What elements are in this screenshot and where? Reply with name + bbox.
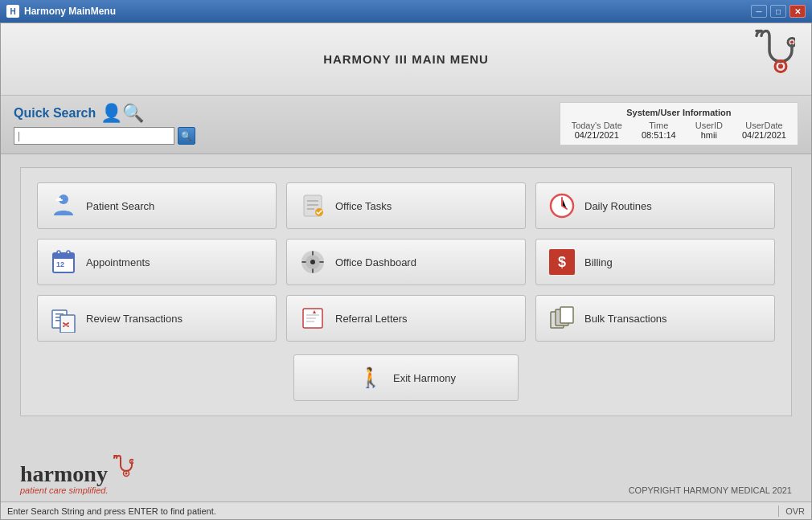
review-transactions-label: Review Transactions	[86, 313, 182, 325]
patient-search-icon	[49, 191, 78, 220]
quick-search-person-icon: 👤🔍	[100, 103, 144, 124]
userdate-label: UserDate	[745, 121, 782, 130]
time-label: Time	[649, 121, 668, 130]
logo-text: harmony	[20, 463, 108, 485]
search-button[interactable]: 🔍	[178, 127, 195, 145]
daily-routines-icon	[547, 191, 576, 220]
userid-item: UserID hmii	[695, 121, 723, 140]
search-icon: 🔍	[181, 131, 192, 141]
system-info-row: Today's Date 04/21/2021 Time 08:51:14 Us…	[572, 121, 786, 140]
search-input-row: 🔍	[14, 127, 195, 145]
app-icon: H	[6, 5, 19, 18]
exit-label: Exit Harmony	[393, 372, 456, 384]
review-transactions-icon	[49, 304, 78, 333]
todays-date-label: Today's Date	[572, 121, 622, 130]
svg-rect-6	[55, 199, 63, 201]
review-transactions-button[interactable]: Review Transactions	[37, 295, 277, 342]
footer: harmony patient care simplified.	[1, 448, 811, 502]
logo-sub1: patient care	[20, 485, 69, 495]
svg-rect-26	[560, 307, 573, 323]
window-controls: ─ □ ✕	[751, 5, 806, 18]
copyright-text: COPYRIGHT HARMONY MEDICAL 2021	[629, 485, 792, 495]
todays-date-value: 04/21/2021	[575, 130, 619, 140]
status-message: Enter Search String and press ENTER to f…	[7, 506, 772, 516]
exit-harmony-button[interactable]: 🚶 Exit Harmony	[293, 354, 519, 401]
appointments-button[interactable]: 12Appointments	[37, 239, 277, 285]
bulk-transactions-label: Bulk Transactions	[584, 313, 667, 325]
userid-label: UserID	[695, 121, 723, 130]
office-dashboard-icon	[298, 248, 327, 276]
bulk-transactions-button[interactable]: Bulk Transactions	[535, 295, 775, 342]
svg-point-1	[790, 40, 794, 43]
maximize-button[interactable]: □	[770, 5, 786, 18]
svg-point-28	[131, 461, 133, 462]
patient-search-label: Patient Search	[86, 200, 154, 212]
userid-value: hmii	[701, 130, 717, 140]
search-input[interactable]	[14, 127, 174, 145]
daily-routines-label: Daily Routines	[584, 200, 652, 212]
main-title: HARMONY III MAIN MENU	[323, 52, 489, 66]
todays-date-item: Today's Date 04/21/2021	[572, 121, 622, 140]
exit-icon: 🚶	[356, 363, 385, 392]
referral-letters-label: Referral Letters	[335, 313, 408, 325]
header: HARMONY III MAIN MENU	[1, 23, 811, 96]
billing-icon: $	[547, 248, 576, 276]
billing-label: Billing	[584, 256, 613, 268]
svg-point-30	[125, 473, 127, 475]
minimize-button[interactable]: ─	[751, 5, 767, 18]
menu-container: Patient SearchOffice TasksDaily Routines…	[20, 167, 792, 416]
quick-search-text: Quick Search	[14, 106, 96, 121]
status-divider	[778, 506, 779, 517]
appointments-icon: 12	[49, 248, 78, 276]
appointments-label: Appointments	[86, 256, 150, 268]
userdate-value: 04/21/2021	[742, 130, 786, 140]
svg-point-13	[67, 251, 70, 254]
office-dashboard-button[interactable]: Office Dashboard	[286, 239, 526, 285]
svg-point-3	[778, 63, 783, 68]
office-tasks-icon	[298, 191, 327, 220]
quick-search-section: Quick Search 👤🔍 🔍	[14, 103, 195, 145]
billing-dollar-icon: $	[549, 249, 575, 275]
time-value: 08:51:14	[642, 130, 676, 140]
referral-letters-icon	[298, 304, 327, 333]
svg-rect-5	[57, 198, 61, 199]
bulk-transactions-icon	[547, 304, 576, 333]
title-bar: H Harmony MainMenu ─ □ ✕	[0, 0, 812, 23]
office-tasks-button[interactable]: Office Tasks	[286, 182, 526, 229]
svg-rect-11	[53, 253, 74, 259]
daily-routines-button[interactable]: Daily Routines	[535, 182, 775, 229]
office-tasks-label: Office Tasks	[335, 200, 392, 212]
close-button[interactable]: ✕	[789, 5, 806, 18]
svg-point-17	[310, 260, 315, 264]
content-area: Patient SearchOffice TasksDaily Routines…	[1, 154, 811, 448]
quick-search-bar: Quick Search 👤🔍 🔍 System/User Informatio…	[1, 96, 811, 154]
system-info-panel: System/User Information Today's Date 04/…	[560, 102, 798, 145]
userdate-item: UserDate 04/21/2021	[742, 121, 786, 140]
system-info-title: System/User Information	[572, 108, 786, 117]
status-mode: OVR	[785, 506, 805, 516]
menu-grid: Patient SearchOffice TasksDaily Routines…	[37, 182, 775, 342]
main-window: HARMONY III MAIN MENU Quick Search 👤🔍	[0, 23, 812, 520]
logo-subtitle: patient care simplified.	[20, 485, 133, 495]
exit-row: 🚶 Exit Harmony	[37, 354, 775, 401]
patient-search-button[interactable]: Patient Search	[37, 182, 277, 229]
logo-icon	[111, 455, 133, 485]
logo-sub2: simplified.	[69, 485, 109, 495]
svg-point-12	[57, 251, 60, 254]
billing-button[interactable]: $Billing	[535, 239, 775, 285]
svg-text:12: 12	[56, 260, 64, 268]
stethoscope-icon	[750, 29, 795, 89]
time-item: Time 08:51:14	[642, 121, 676, 140]
harmony-logo: harmony patient care simplified.	[20, 455, 133, 495]
office-dashboard-label: Office Dashboard	[335, 256, 416, 268]
status-bar: Enter Search String and press ENTER to f…	[1, 502, 811, 519]
referral-letters-button[interactable]: Referral Letters	[286, 295, 526, 342]
title-bar-title: Harmony MainMenu	[24, 6, 751, 17]
quick-search-label: Quick Search 👤🔍	[14, 103, 195, 124]
